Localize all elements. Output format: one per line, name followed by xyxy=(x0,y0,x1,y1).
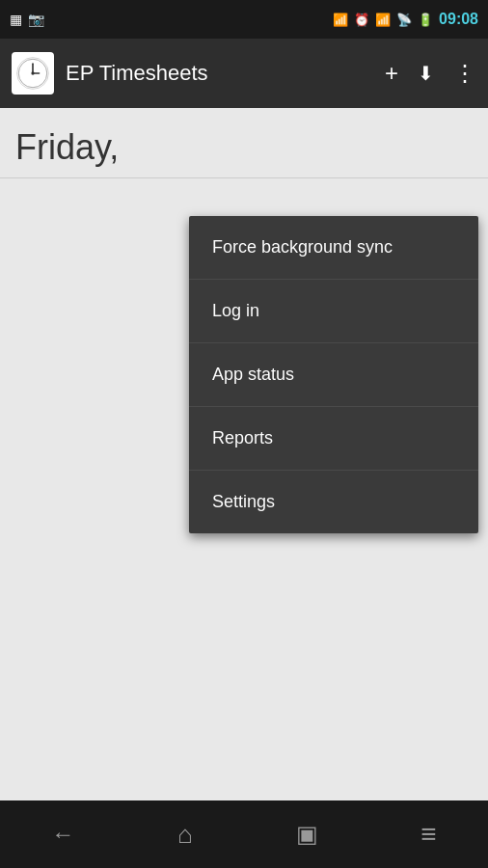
add-button[interactable]: + xyxy=(385,60,398,87)
menu-item-app-status[interactable]: App status xyxy=(189,343,478,407)
status-left-icons: ▦ 📷 xyxy=(10,12,44,27)
menu-item-reports[interactable]: Reports xyxy=(189,407,478,471)
recent-button[interactable]: ▣ xyxy=(296,821,318,848)
sim-icon: 📶 xyxy=(333,13,348,27)
app-bar: EP Timesheets + ⬇ ⋮ xyxy=(0,39,488,108)
download-button[interactable]: ⬇ xyxy=(418,62,434,85)
alarm-icon: ⏰ xyxy=(354,13,369,27)
menu-item-settings[interactable]: Settings xyxy=(189,471,478,533)
svg-point-4 xyxy=(31,71,34,74)
clock-icon xyxy=(15,56,50,91)
battery-icon: 🔋 xyxy=(418,13,433,27)
camera-icon: 📷 xyxy=(28,12,44,27)
status-time: 09:08 xyxy=(439,11,478,28)
status-right-icons: 📶 ⏰ 📶 📡 🔋 09:08 xyxy=(333,11,478,28)
status-bar: ▦ 📷 📶 ⏰ 📶 📡 🔋 09:08 xyxy=(0,0,488,39)
settings-label: Settings xyxy=(212,492,275,512)
menu-item-log-in[interactable]: Log in xyxy=(189,280,478,343)
wifi-icon: 📶 xyxy=(375,13,391,27)
force-sync-label: Force background sync xyxy=(212,237,393,258)
home-button[interactable]: ⌂ xyxy=(177,820,193,850)
app-bar-actions: + ⬇ ⋮ xyxy=(385,60,476,87)
reports-label: Reports xyxy=(212,428,273,448)
nav-bar: ← ⌂ ▣ ≡ xyxy=(0,800,488,868)
app-title: EP Timesheets xyxy=(66,61,373,86)
main-content: Friday, Force background sync Log in App… xyxy=(0,108,488,543)
back-button[interactable]: ← xyxy=(51,821,74,848)
overflow-nav-button[interactable]: ≡ xyxy=(420,819,436,850)
menu-item-force-sync[interactable]: Force background sync xyxy=(189,216,478,280)
signal-icon: 📡 xyxy=(396,13,412,27)
date-text: Friday, xyxy=(15,127,119,167)
gallery-icon: ▦ xyxy=(10,12,22,27)
app-logo xyxy=(12,52,54,95)
more-button[interactable]: ⋮ xyxy=(453,60,476,87)
dropdown-menu: Force background sync Log in App status … xyxy=(189,216,478,533)
log-in-label: Log in xyxy=(212,301,259,321)
date-header: Friday, xyxy=(0,108,488,178)
app-status-label: App status xyxy=(212,365,294,385)
